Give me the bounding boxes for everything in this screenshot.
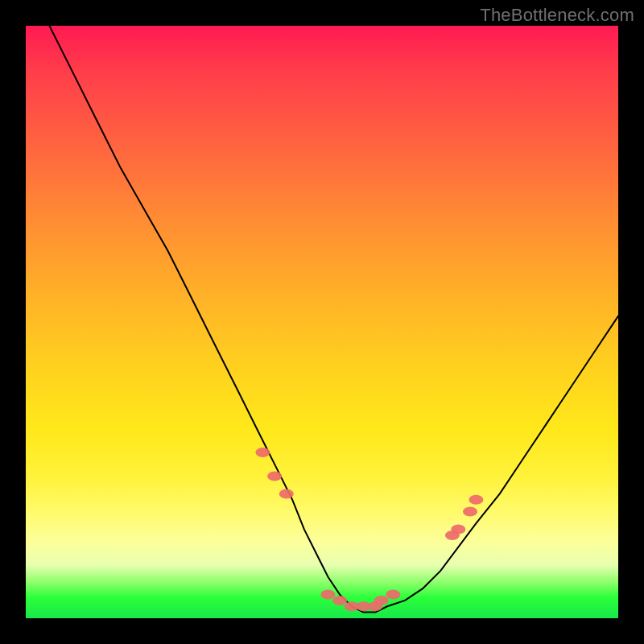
highlight-dot: [469, 495, 483, 505]
highlight-dot: [332, 596, 347, 605]
highlight-dot: [279, 489, 294, 498]
highlight-dot: [451, 525, 465, 535]
chart-frame: TheBottleneck.com: [0, 0, 644, 644]
highlight-dot: [255, 448, 270, 457]
plot-area: [26, 26, 618, 618]
watermark-text: TheBottleneck.com: [480, 5, 634, 26]
highlight-dot: [374, 596, 389, 605]
chart-svg: [26, 26, 618, 618]
bottleneck-curve-line: [49, 26, 618, 613]
highlight-dot: [463, 507, 477, 517]
highlight-dot: [320, 590, 335, 600]
highlight-dot: [267, 471, 282, 481]
highlight-dot: [386, 590, 400, 600]
highlight-dots-group: [255, 448, 483, 611]
